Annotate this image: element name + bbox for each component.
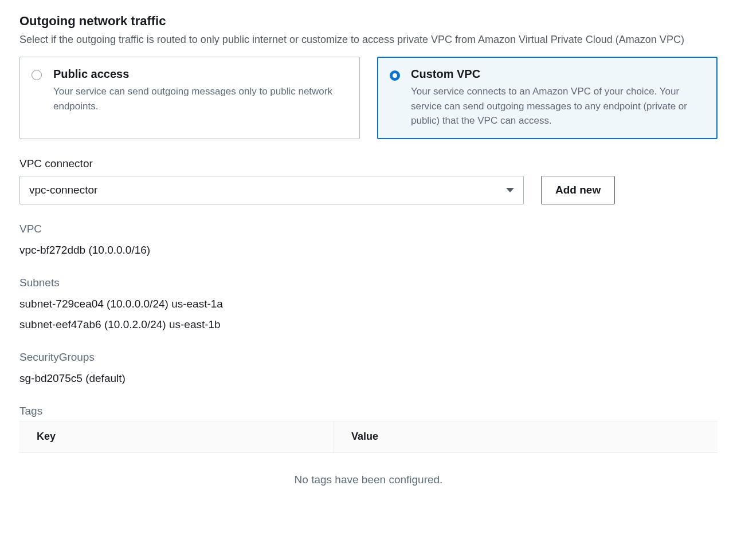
vpc-connector-select[interactable]: vpc-connector — [19, 176, 524, 204]
vpc-connector-row: vpc-connector Add new — [19, 176, 718, 204]
tags-column-key: Key — [19, 431, 334, 443]
tags-empty-message: No tags have been configured. — [19, 453, 718, 500]
subnets-label: Subnets — [19, 277, 718, 289]
tags-table-header: Key Value — [19, 421, 718, 453]
subnet-value: subnet-729cea04 (10.0.0.0/24) us-east-1a — [19, 294, 718, 314]
custom-vpc-title: Custom VPC — [411, 68, 705, 81]
vpc-connector-label: VPC connector — [19, 157, 718, 170]
subnets-info-block: Subnets subnet-729cea04 (10.0.0.0/24) us… — [19, 277, 718, 335]
vpc-label: VPC — [19, 223, 718, 235]
vpc-info-block: VPC vpc-bf272ddb (10.0.0.0/16) — [19, 223, 718, 261]
public-access-title: Public access — [53, 68, 348, 81]
outgoing-network-traffic-section: Outgoing network traffic Select if the o… — [19, 14, 718, 500]
network-option-group: Public access Your service can send outg… — [19, 57, 718, 139]
subnet-value: subnet-eef47ab6 (10.0.2.0/24) us-east-1b — [19, 314, 718, 335]
custom-vpc-description: Your service connects to an Amazon VPC o… — [411, 84, 705, 128]
section-description: Select if the outgoing traffic is routed… — [19, 32, 718, 48]
security-groups-info-block: SecurityGroups sg-bd2075c5 (default) — [19, 351, 718, 389]
tags-column-value: Value — [334, 421, 718, 452]
public-access-description: Your service can send outgoing messages … — [53, 84, 348, 113]
vpc-connector-selected-value: vpc-connector — [29, 184, 97, 196]
custom-vpc-option[interactable]: Custom VPC Your service connects to an A… — [377, 57, 718, 139]
radio-icon — [390, 70, 400, 81]
tags-section: Tags Key Value No tags have been configu… — [19, 405, 718, 500]
section-title: Outgoing network traffic — [19, 14, 718, 29]
radio-icon — [32, 70, 42, 80]
tags-label: Tags — [19, 405, 718, 417]
public-access-option[interactable]: Public access Your service can send outg… — [19, 57, 360, 139]
add-new-button[interactable]: Add new — [541, 176, 615, 204]
chevron-down-icon — [506, 188, 514, 192]
security-groups-label: SecurityGroups — [19, 351, 718, 364]
security-groups-value: sg-bd2075c5 (default) — [19, 368, 718, 389]
vpc-value: vpc-bf272ddb (10.0.0.0/16) — [19, 240, 718, 261]
